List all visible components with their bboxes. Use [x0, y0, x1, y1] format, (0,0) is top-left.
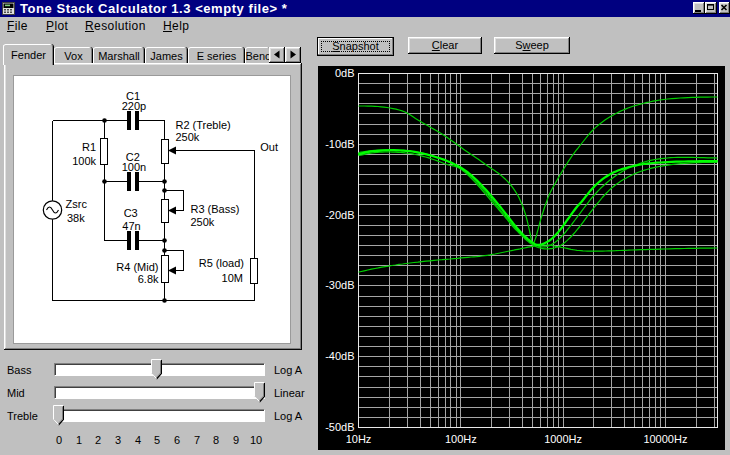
svg-text:R2 (Treble): R2 (Treble) [176, 119, 231, 131]
svg-text:100k: 100k [72, 155, 96, 167]
svg-text:100n: 100n [122, 161, 146, 173]
svg-text:C3: C3 [124, 207, 138, 219]
svg-text:100Hz: 100Hz [445, 433, 477, 445]
svg-text:-50dB: -50dB [325, 421, 354, 433]
svg-text:250k: 250k [176, 131, 200, 143]
svg-text:10M: 10M [222, 272, 243, 284]
svg-text:0dB: 0dB [335, 67, 355, 79]
svg-text:10Hz: 10Hz [346, 433, 372, 445]
svg-text:220p: 220p [122, 100, 146, 112]
svg-text:R3 (Bass): R3 (Bass) [191, 203, 240, 215]
svg-text:47n: 47n [122, 220, 140, 232]
svg-text:R1: R1 [82, 141, 96, 153]
svg-text:-10dB: -10dB [325, 138, 354, 150]
svg-text:-40dB: -40dB [325, 350, 354, 362]
svg-text:10000Hz: 10000Hz [643, 433, 687, 445]
svg-text:R5 (load): R5 (load) [199, 257, 244, 269]
svg-text:-30dB: -30dB [325, 279, 354, 291]
svg-text:250k: 250k [191, 216, 215, 228]
svg-text:1000Hz: 1000Hz [544, 433, 582, 445]
svg-text:-20dB: -20dB [325, 209, 354, 221]
svg-text:38k: 38k [67, 212, 85, 224]
svg-text:Zsrc: Zsrc [66, 198, 88, 210]
svg-text:Out: Out [260, 141, 278, 153]
svg-text:6.8k: 6.8k [138, 273, 159, 285]
svg-text:R4 (Mid): R4 (Mid) [116, 261, 158, 273]
